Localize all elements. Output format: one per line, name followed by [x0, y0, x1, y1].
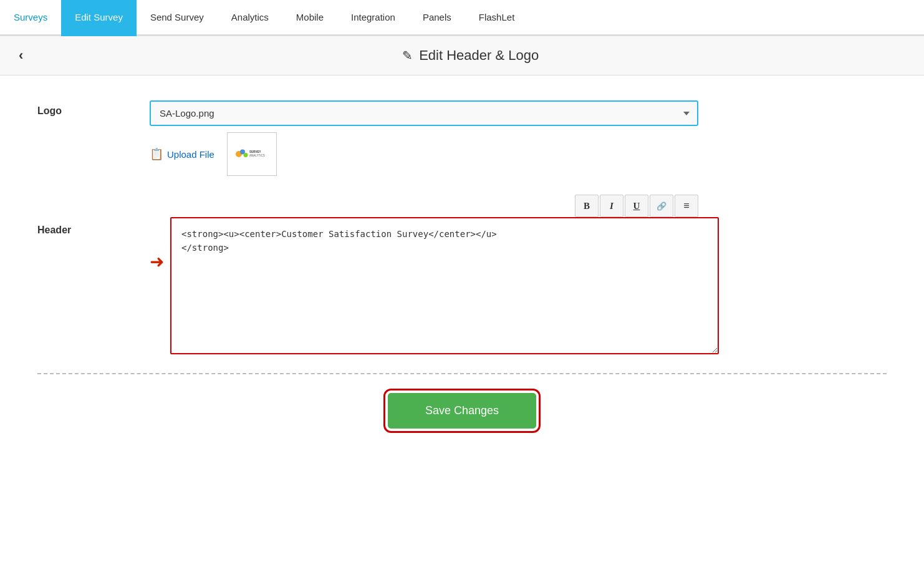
page-title: ✎ Edit Header & Logo — [402, 47, 539, 64]
textarea-container: ➜ <strong><u><center>Customer Satisfacti… — [150, 217, 887, 354]
italic-button[interactable]: I — [600, 195, 623, 217]
upload-icon: 📋 — [150, 147, 163, 161]
nav-bar: Surveys Edit Survey Send Survey Analytic… — [0, 0, 924, 36]
svg-text:ANALYTICS: ANALYTICS — [249, 154, 265, 157]
nav-item-surveys[interactable]: Surveys — [0, 0, 61, 36]
logo-preview: SURVEY ANALYTICS — [227, 132, 277, 176]
section-divider — [37, 373, 887, 374]
logo-form-row: Logo SA-Logo.png None Custom... 📋 Upload… — [37, 100, 887, 176]
red-arrow-icon: ➜ — [150, 251, 164, 272]
svg-text:SURVEY: SURVEY — [249, 150, 261, 153]
sa-logo-image: SURVEY ANALYTICS — [233, 145, 271, 163]
nav-item-analytics[interactable]: Analytics — [218, 0, 282, 36]
main-content: Logo SA-Logo.png None Custom... 📋 Upload… — [0, 75, 924, 453]
nav-item-integration[interactable]: Integration — [337, 0, 409, 36]
logo-controls: SA-Logo.png None Custom... 📋 Upload File — [150, 100, 887, 176]
nav-item-send-survey[interactable]: Send Survey — [137, 0, 218, 36]
link-button[interactable]: 🔗 — [650, 195, 673, 217]
upload-row: 📋 Upload File SURVEY ANALYTICS — [150, 132, 887, 176]
logo-label: Logo — [37, 100, 150, 117]
upload-file-link[interactable]: 📋 Upload File — [150, 147, 214, 161]
save-button-wrap: Save Changes — [37, 393, 887, 429]
nav-item-mobile[interactable]: Mobile — [282, 0, 337, 36]
bold-button[interactable]: B — [575, 195, 599, 217]
svg-point-2 — [243, 153, 248, 157]
arrow-indicator: ➜ — [150, 217, 164, 272]
nav-item-edit-survey[interactable]: Edit Survey — [61, 0, 137, 36]
align-button[interactable]: ≡ — [675, 195, 698, 217]
edit-header-icon: ✎ — [402, 48, 413, 63]
nav-item-panels[interactable]: Panels — [409, 0, 465, 36]
editor-toolbar: B I U 🔗 ≡ — [150, 195, 698, 217]
link-icon: 🔗 — [657, 201, 667, 211]
header-editor-wrap: B I U 🔗 ≡ ➜ — [150, 195, 887, 354]
header-form-row: Header B I U 🔗 ≡ — [37, 195, 887, 354]
align-icon: ≡ — [683, 200, 689, 211]
back-button[interactable]: ‹ — [19, 47, 23, 64]
header-label: Header — [37, 195, 150, 236]
page-header: ‹ ✎ Edit Header & Logo — [0, 36, 924, 75]
header-textarea[interactable]: <strong><u><center>Customer Satisfaction… — [170, 217, 719, 354]
logo-select[interactable]: SA-Logo.png None Custom... — [150, 100, 698, 126]
save-changes-button[interactable]: Save Changes — [388, 393, 536, 429]
nav-item-flashlet[interactable]: FlashLet — [465, 0, 529, 36]
underline-button[interactable]: U — [625, 195, 648, 217]
